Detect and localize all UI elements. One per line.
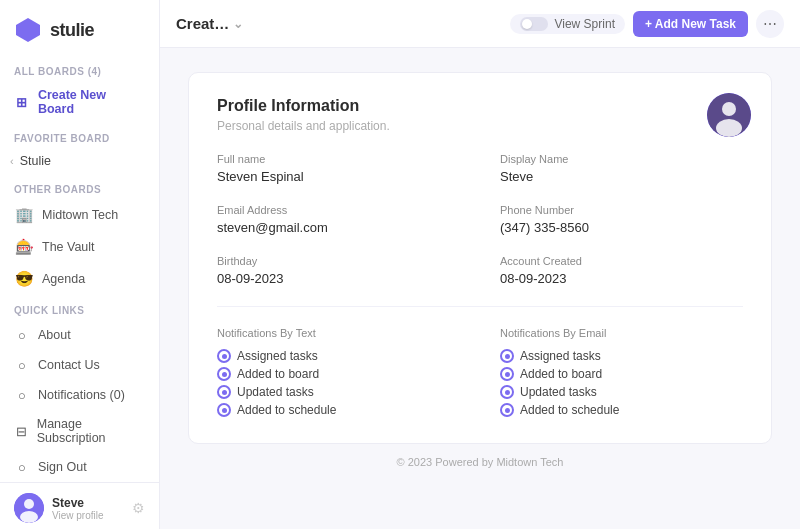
birthday-label: Birthday bbox=[217, 255, 460, 267]
add-new-task-button[interactable]: + Add New Task bbox=[633, 11, 748, 37]
notif-text-assigned: Assigned tasks bbox=[217, 347, 460, 365]
notif-text-label: Notifications By Text bbox=[217, 327, 460, 339]
sidebar-item-about[interactable]: ○ About bbox=[0, 320, 159, 350]
vault-emoji: 🎰 bbox=[14, 238, 34, 256]
chevron-left-icon: ‹ bbox=[10, 155, 14, 167]
notif-text-schedule: Added to schedule bbox=[217, 401, 460, 419]
notif-email-updated-label: Updated tasks bbox=[520, 385, 597, 399]
create-new-board-button[interactable]: ⊞ Create New Board bbox=[0, 81, 159, 123]
email-field: Email Address steven@gmail.com bbox=[217, 204, 460, 235]
topbar: Creat… ⌄ View Sprint + Add New Task ⋯ bbox=[160, 0, 800, 48]
account-created-value: 08-09-2023 bbox=[500, 271, 743, 286]
logo: stulie bbox=[0, 0, 159, 56]
sidebar-item-manage-subscription[interactable]: ⊟ Manage Subscription bbox=[0, 410, 159, 452]
sidebar: stulie ALL BOARDS (4) ⊞ Create New Board… bbox=[0, 0, 160, 529]
ellipsis-icon: ⋯ bbox=[763, 16, 777, 32]
sidebar-item-sign-out[interactable]: ○ Sign Out bbox=[0, 452, 159, 482]
sidebar-item-notifications[interactable]: ○ Notifications (0) bbox=[0, 380, 159, 410]
notifications-grid: Notifications By Text Assigned tasks Add… bbox=[217, 327, 743, 419]
profile-fields-grid: Full name Steven Espinal Display Name St… bbox=[217, 153, 743, 286]
avatar-image bbox=[14, 493, 44, 523]
notif-check-icon bbox=[217, 349, 231, 363]
full-name-label: Full name bbox=[217, 153, 460, 165]
notif-email-label: Notifications By Email bbox=[500, 327, 743, 339]
footer-user-info: Steve View profile bbox=[52, 496, 124, 521]
favorite-board-name: Stulie bbox=[20, 154, 51, 168]
notif-text-schedule-label: Added to schedule bbox=[237, 403, 336, 417]
sidebar-item-the-vault[interactable]: 🎰 The Vault bbox=[0, 231, 159, 263]
add-task-label: + Add New Task bbox=[645, 17, 736, 31]
quick-links-label: Quick Links bbox=[0, 295, 159, 320]
midtown-tech-emoji: 🏢 bbox=[14, 206, 34, 224]
plus-icon: ⊞ bbox=[14, 94, 30, 110]
profile-subtitle: Personal details and application. bbox=[217, 119, 743, 133]
svg-point-5 bbox=[722, 102, 736, 116]
board-title: Creat… bbox=[176, 15, 229, 32]
notif-text-assigned-label: Assigned tasks bbox=[237, 349, 318, 363]
svg-point-6 bbox=[716, 119, 742, 137]
phone-label: Phone Number bbox=[500, 204, 743, 216]
notif-email-schedule: Added to schedule bbox=[500, 401, 743, 419]
agenda-label: Agenda bbox=[42, 272, 85, 286]
profile-header: Profile Information Personal details and… bbox=[217, 97, 743, 133]
phone-field: Phone Number (347) 335-8560 bbox=[500, 204, 743, 235]
display-name-label: Display Name bbox=[500, 153, 743, 165]
display-name-value: Steve bbox=[500, 169, 743, 184]
profile-divider bbox=[217, 306, 743, 307]
toggle-dot bbox=[520, 17, 548, 31]
svg-point-3 bbox=[20, 511, 38, 523]
subscription-icon: ⊟ bbox=[14, 423, 29, 439]
profile-card: Profile Information Personal details and… bbox=[188, 72, 772, 444]
sidebar-item-agenda[interactable]: 😎 Agenda bbox=[0, 263, 159, 295]
svg-point-2 bbox=[24, 499, 34, 509]
sidebar-item-contact-us[interactable]: ○ Contact Us bbox=[0, 350, 159, 380]
profile-title: Profile Information bbox=[217, 97, 743, 115]
vault-label: The Vault bbox=[42, 240, 95, 254]
notif-email-updated: Updated tasks bbox=[500, 383, 743, 401]
birthday-value: 08-09-2023 bbox=[217, 271, 460, 286]
notif-by-email-section: Notifications By Email Assigned tasks Ad… bbox=[500, 327, 743, 419]
notifications-label: Notifications (0) bbox=[38, 388, 125, 402]
sign-out-icon: ○ bbox=[14, 459, 30, 475]
favorite-board-label: Favorite Board bbox=[0, 123, 159, 148]
contact-us-label: Contact Us bbox=[38, 358, 100, 372]
footer-view-profile[interactable]: View profile bbox=[52, 510, 124, 521]
svg-marker-0 bbox=[16, 18, 40, 42]
notif-check-icon-2 bbox=[217, 367, 231, 381]
view-sprint-toggle[interactable]: View Sprint bbox=[510, 14, 624, 34]
email-value: steven@gmail.com bbox=[217, 220, 460, 235]
notif-email-assigned-label: Assigned tasks bbox=[520, 349, 601, 363]
sidebar-footer: Steve View profile ⚙ bbox=[0, 482, 159, 529]
logo-icon bbox=[14, 16, 42, 44]
contact-icon: ○ bbox=[14, 357, 30, 373]
manage-subscription-label: Manage Subscription bbox=[37, 417, 145, 445]
birthday-field: Birthday 08-09-2023 bbox=[217, 255, 460, 286]
notif-email-schedule-label: Added to schedule bbox=[520, 403, 619, 417]
full-name-value: Steven Espinal bbox=[217, 169, 460, 184]
notif-by-text-section: Notifications By Text Assigned tasks Add… bbox=[217, 327, 460, 419]
footer-text: © 2023 Powered by Midtown Tech bbox=[397, 456, 564, 468]
phone-value: (347) 335-8560 bbox=[500, 220, 743, 235]
logo-text: stulie bbox=[50, 20, 94, 41]
account-created-label: Account Created bbox=[500, 255, 743, 267]
notif-email-check-icon-3 bbox=[500, 385, 514, 399]
notif-text-board-label: Added to board bbox=[237, 367, 319, 381]
notif-email-board-label: Added to board bbox=[520, 367, 602, 381]
notif-text-board: Added to board bbox=[217, 365, 460, 383]
notifications-icon: ○ bbox=[14, 387, 30, 403]
notif-email-assigned: Assigned tasks bbox=[500, 347, 743, 365]
content-footer: © 2023 Powered by Midtown Tech bbox=[188, 444, 772, 480]
content-area: Profile Information Personal details and… bbox=[160, 48, 800, 529]
view-sprint-label: View Sprint bbox=[554, 17, 614, 31]
notif-text-updated: Updated tasks bbox=[217, 383, 460, 401]
account-created-field: Account Created 08-09-2023 bbox=[500, 255, 743, 286]
sidebar-item-midtown-tech[interactable]: 🏢 Midtown Tech bbox=[0, 199, 159, 231]
notif-text-updated-label: Updated tasks bbox=[237, 385, 314, 399]
full-name-field: Full name Steven Espinal bbox=[217, 153, 460, 184]
other-boards-label: Other Boards bbox=[0, 174, 159, 199]
profile-avatar bbox=[707, 93, 751, 137]
settings-icon[interactable]: ⚙ bbox=[132, 500, 145, 516]
more-options-button[interactable]: ⋯ bbox=[756, 10, 784, 38]
notif-email-check-icon-4 bbox=[500, 403, 514, 417]
favorite-board-stulie[interactable]: ‹ Stulie bbox=[0, 148, 159, 174]
